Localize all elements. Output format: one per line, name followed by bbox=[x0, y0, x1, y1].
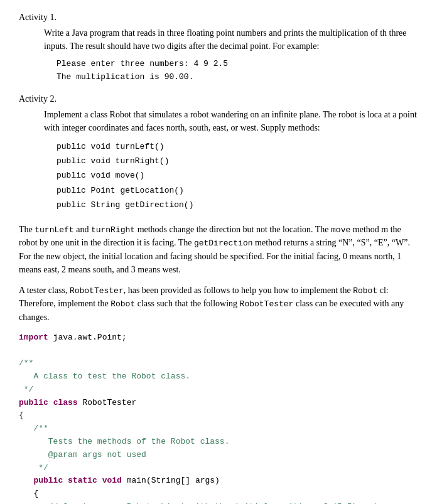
inner-comment-close: */ bbox=[19, 462, 418, 475]
activity1-desc-text: Write a Java program that reads in three… bbox=[44, 28, 407, 51]
inner-comment-tests: Tests the methods of the Robot class. bbox=[19, 436, 418, 449]
inline-robot-cls2: Robot bbox=[111, 299, 135, 309]
class-open-brace: { bbox=[19, 409, 418, 422]
activity2-section: Activity 2. Implement a class Robot that… bbox=[19, 94, 418, 213]
method-list: public void turnLeft() public void turnR… bbox=[57, 139, 418, 213]
method-2: public void turnRight() bbox=[57, 154, 418, 168]
java-source: import java.awt.Point; /** A class to te… bbox=[19, 331, 418, 504]
blank-line-1 bbox=[19, 344, 418, 357]
activity1-description: Write a Java program that reads in three… bbox=[44, 26, 418, 53]
comment-close: */ bbox=[19, 383, 418, 397]
comment-desc: A class to test the Robot class. bbox=[19, 370, 418, 383]
inline-robotTester2: RobotTester bbox=[240, 299, 294, 309]
inner-comment-param: @param args not used bbox=[19, 449, 418, 462]
main-open-brace: { bbox=[19, 488, 418, 501]
method-4: public Point getLocation() bbox=[57, 183, 418, 198]
inline-move: move bbox=[331, 225, 350, 235]
main-method-decl: public static void main(String[] args) bbox=[19, 475, 418, 488]
page-content: Activity 1. Write a Java program that re… bbox=[19, 13, 418, 504]
import-line: import java.awt.Point; bbox=[19, 331, 418, 345]
code-comment-1: // Create a new Robot object with the in… bbox=[19, 501, 418, 504]
activity1-section: Activity 1. Write a Java program that re… bbox=[19, 13, 418, 84]
class-decl: public class RobotTester bbox=[19, 397, 418, 410]
method-3: public void move() bbox=[57, 168, 418, 183]
method-5: public String getDirection() bbox=[57, 198, 418, 212]
example-line2: The multiplication is 90.00. bbox=[57, 71, 418, 84]
paragraph2: A tester class, RobotTester, has been pr… bbox=[19, 284, 418, 324]
activity2-desc-text: Implement a class Robot that simulates a… bbox=[44, 110, 417, 132]
activity2-description: Implement a class Robot that simulates a… bbox=[44, 108, 418, 134]
method-1: public void turnLeft() bbox=[57, 139, 418, 154]
inline-getDirection: getDirection bbox=[194, 239, 253, 248]
inner-comment-open: /** bbox=[19, 422, 418, 436]
comment-open: /** bbox=[19, 357, 418, 370]
activity1-example: Please enter three numbers: 4 9 2.5 The … bbox=[57, 58, 418, 84]
example-line1: Please enter three numbers: 4 9 2.5 bbox=[57, 58, 418, 71]
activity1-title: Activity 1. bbox=[19, 13, 418, 23]
activity2-title: Activity 2. bbox=[19, 94, 418, 104]
inline-turnRight: turnRight bbox=[91, 225, 135, 235]
inline-robotTester1: RobotTester bbox=[70, 286, 124, 296]
import-keyword: import bbox=[19, 333, 48, 342]
paragraph1: The turnLeft and turnRight methods chang… bbox=[19, 223, 418, 276]
inline-turnLeft: turnLeft bbox=[35, 225, 73, 235]
inline-robot-cls: Robot bbox=[353, 286, 377, 296]
